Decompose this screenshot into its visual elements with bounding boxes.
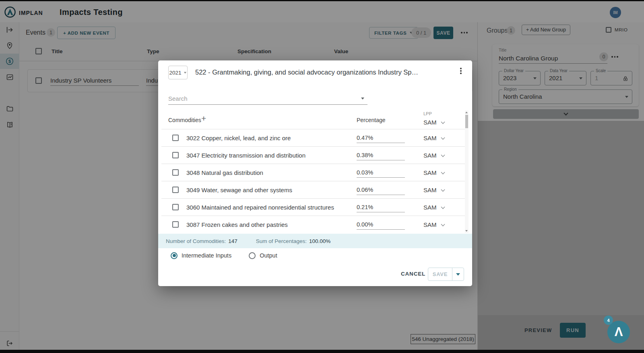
row-lpp-value: SAM [423,221,437,228]
year-select[interactable]: 2021 [168,66,188,79]
fab-notification-badge: 4 [604,316,613,325]
output-radio[interactable] [249,252,256,259]
commodity-row: 3087 Frozen cakes and other pastries SAM [161,216,468,233]
row-lpp-value: SAM [423,187,437,193]
spec-type-radio-group: Intermediate Inputs Output [171,251,452,260]
caret-down-icon[interactable] [361,98,364,100]
chevron-down-icon [441,222,445,226]
commodity-table-header: Commodities + Percentage LPP SAM [158,110,472,129]
caret-down-icon [456,273,460,276]
commodity-checkbox[interactable] [172,187,179,193]
commodity-row: 3060 Maintained and repaired nonresident… [161,199,468,216]
commodity-label: 3049 Water, sewage and other systems [186,187,292,193]
row-lpp-select[interactable]: SAM [423,187,444,193]
commodity-checkbox[interactable] [172,152,179,158]
summary-strip: Number of Commodities: 147 Sum of Percen… [158,234,472,248]
commodity-checkbox[interactable] [172,204,179,210]
commodity-row: 3022 Copper, nickel, lead, and zinc ore … [161,129,468,147]
commodity-label: 3060 Maintained and repaired nonresident… [186,204,334,211]
lpp-header-value: SAM [423,119,437,126]
percentage-column-header: Percentage [357,117,386,123]
lpp-column-label: LPP [423,111,432,116]
search-input[interactable] [168,93,353,103]
chevron-down-icon [441,120,445,124]
implan-help-fab[interactable]: Λ [607,321,630,343]
percentage-input[interactable] [357,167,405,178]
row-lpp-select[interactable]: SAM [423,152,444,159]
commodities-column-header: Commodities [168,117,201,123]
scrollbar-thumb[interactable] [465,115,468,128]
commodity-label: 3022 Copper, nickel, lead, and zinc ore [186,135,291,141]
save-split-button: SAVE [428,268,464,281]
cancel-button[interactable]: CANCEL [401,271,425,277]
add-commodity-icon[interactable]: + [201,114,206,123]
row-lpp-select[interactable]: SAM [423,221,444,228]
percentage-input[interactable] [357,185,405,195]
chevron-down-icon [441,187,445,191]
commodity-checkbox[interactable] [172,221,179,228]
sum-percentages-label: Sum of Percentages: [256,238,307,244]
commodity-row: 3048 Natural gas distribution SAM [161,164,468,181]
commodity-row: 3047 Electricity transmission and distri… [161,147,468,164]
commodity-search [168,93,367,105]
dialog-title: 522 - Grantmaking, giving, and social ad… [195,69,457,76]
commodity-list: 3022 Copper, nickel, lead, and zinc ore … [161,129,468,233]
intermediate-inputs-label: Intermediate Inputs [182,252,231,259]
percentage-input[interactable] [357,219,405,230]
commodity-label: 3047 Electricity transmission and distri… [186,152,305,159]
commodity-count-value: 147 [228,238,237,244]
window-top-strip [0,0,644,1]
chevron-down-icon [441,135,445,139]
row-lpp-select[interactable]: SAM [423,135,444,141]
list-scrollbar[interactable] [465,110,469,233]
chevron-down-icon [441,205,445,209]
percentage-input[interactable] [357,133,405,143]
chevron-down-icon [441,153,445,157]
commodity-checkbox[interactable] [172,135,179,141]
save-options-dropdown[interactable] [452,268,464,280]
scroll-down-icon[interactable] [465,230,468,232]
lpp-header-select[interactable]: SAM [423,119,444,126]
percentage-input[interactable] [357,202,405,212]
row-lpp-select[interactable]: SAM [423,204,444,211]
sum-percentages-value: 100.00% [309,238,330,244]
row-lpp-value: SAM [423,152,437,159]
caret-down-icon [184,72,186,73]
row-lpp-value: SAM [423,204,437,211]
dialog-more-options-icon[interactable] [460,68,462,74]
row-lpp-value: SAM [423,169,437,176]
industry-spec-dialog: 2021 522 - Grantmaking, giving, and soci… [158,60,472,286]
output-label: Output [260,252,277,259]
intermediate-inputs-radio[interactable] [171,252,178,259]
commodity-label: 3048 Natural gas distribution [186,169,263,176]
scroll-up-icon[interactable] [465,112,468,113]
commodity-label: 3087 Frozen cakes and other pastries [186,221,288,228]
row-lpp-value: SAM [423,135,437,141]
window-bottom-strip [0,350,644,353]
chevron-down-icon [441,170,445,174]
percentage-input[interactable] [357,150,405,160]
commodity-checkbox[interactable] [172,169,179,176]
row-lpp-select[interactable]: SAM [423,169,444,176]
year-value: 2021 [169,70,181,76]
dialog-save-button[interactable]: SAVE [428,268,452,280]
commodity-count-label: Number of Commodities: [166,238,226,244]
commodity-row: 3049 Water, sewage and other systems SAM [161,181,468,199]
